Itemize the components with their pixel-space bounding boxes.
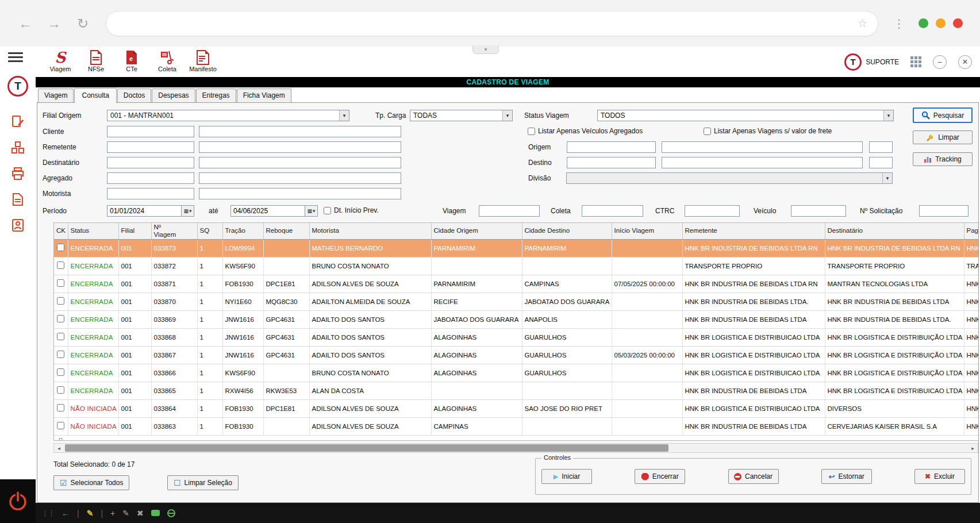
solicitacao-input[interactable] [919, 205, 969, 217]
address-bar[interactable]: ☆ [106, 11, 878, 36]
cliente-code-input[interactable] [107, 126, 194, 137]
row-checkbox[interactable] [57, 368, 64, 376]
schedule-boxes-icon[interactable] [11, 141, 25, 155]
motorista-name-input[interactable] [199, 188, 401, 199]
cancelar-button[interactable]: Cancelar [728, 469, 779, 484]
minimize-button[interactable]: – [933, 55, 947, 69]
chk-viagens-sem-frete[interactable]: Listar Apenas Viagens s/ valor de frete [704, 127, 832, 135]
row-checkbox[interactable] [57, 351, 64, 358]
status-viagem-select[interactable]: TODOS ▾ [597, 110, 894, 121]
toolbar-item-viagem[interactable]: S Viagem [43, 49, 78, 72]
veiculo-input[interactable] [791, 205, 846, 217]
support-button[interactable]: T SUPORTE [844, 53, 899, 71]
agregado-code-input[interactable] [107, 172, 194, 184]
grid-column-header[interactable]: Reboque [263, 223, 309, 239]
excluir-button[interactable]: ✖ Excluir [914, 469, 965, 484]
destinatario-code-input[interactable] [107, 157, 194, 168]
hamburger-menu-button[interactable] [8, 52, 36, 62]
grid-column-header[interactable]: Status [68, 223, 118, 239]
tab-item[interactable]: Despesas [152, 89, 195, 102]
grid-column-header[interactable]: Cidade Origem [431, 223, 522, 239]
table-row[interactable]: ENCERRADA 001 033870 1 NYI1E60 MQG8C30 A… [54, 293, 978, 310]
printer-icon[interactable] [11, 167, 25, 180]
globe-icon[interactable] [167, 509, 175, 517]
periodo-ate-input[interactable] [230, 205, 305, 217]
origem-code-input[interactable] [567, 141, 656, 153]
divisao-select[interactable]: ▾ [566, 172, 893, 184]
origem-uf-input[interactable] [869, 141, 893, 153]
table-row[interactable]: ENCERRADA 001 033868 1 JNW1616 GPC4631 A… [54, 328, 978, 346]
row-checkbox[interactable] [57, 422, 64, 429]
browser-back-button[interactable]: ← [14, 12, 37, 35]
scroll-left-button[interactable]: ◂ [54, 444, 64, 452]
browser-reload-button[interactable]: ↻ [71, 12, 94, 35]
row-checkbox[interactable] [57, 438, 64, 441]
coleta-number-input[interactable] [582, 205, 643, 217]
tab-item[interactable]: Consulta [74, 88, 116, 103]
row-checkbox[interactable] [57, 279, 64, 287]
chk-veiculos-agregados[interactable]: Listar Apenas Veículos Agregados [528, 127, 643, 135]
address-input[interactable] [117, 19, 858, 28]
grid-menu-button[interactable] [910, 56, 921, 67]
selecionar-todos-button[interactable]: ☑ Selecionar Todos [53, 475, 129, 490]
table-row[interactable]: NÃO INICIADA 001 033864 1 FOB1930 DPC1E8… [54, 399, 978, 417]
cliente-name-input[interactable] [199, 126, 401, 137]
statusbar-clean-button[interactable]: ✎ [87, 509, 94, 518]
statusbar-delete-button[interactable]: ✖ [137, 509, 144, 518]
estornar-button[interactable]: ↩ Estornar [821, 469, 872, 484]
row-checkbox[interactable] [57, 404, 64, 412]
agregado-name-input[interactable] [199, 172, 401, 184]
grid-column-header[interactable]: Nº Viagem [151, 223, 197, 239]
viagens-sem-frete-checkbox[interactable] [704, 128, 711, 135]
remetente-code-input[interactable] [107, 141, 194, 153]
statusbar-edit-button[interactable]: ✎ [122, 509, 129, 518]
close-button[interactable]: ✕ [958, 55, 972, 69]
encerrar-button[interactable]: Encerrar [635, 469, 685, 484]
pesquisar-button[interactable]: Pesquisar [913, 107, 973, 123]
document-icon[interactable] [11, 193, 25, 206]
table-row[interactable]: ENCERRADA 001 033873 1 LOW9994 MATHEUS B… [54, 239, 978, 257]
statusbar-back-button[interactable]: ← [62, 509, 70, 518]
row-checkbox[interactable] [57, 297, 64, 305]
toolbar-item-cte[interactable]: e CTe [114, 49, 149, 72]
tab-item[interactable]: Ficha Viagem [237, 89, 291, 102]
viagem-number-input[interactable] [479, 205, 540, 217]
row-checkbox[interactable] [57, 262, 64, 269]
bookmark-star-icon[interactable]: ☆ [858, 17, 867, 30]
table-row[interactable]: ENCERRADA 001 033866 1 KWS6F90 BRUNO COS… [54, 364, 978, 382]
calendar-dropdown-button[interactable]: ▦▾ [182, 205, 194, 217]
browser-menu-icon[interactable]: ⋮ [890, 17, 908, 30]
dt-inicio-prev-checkbox[interactable] [324, 207, 331, 214]
browser-forward-button[interactable]: → [43, 12, 66, 35]
tab-item[interactable]: Entregas [196, 89, 236, 102]
table-row[interactable]: ENCERRADA 001 033865 1 RXW4I56 RKW3E53 A… [54, 382, 978, 399]
grid-column-header[interactable]: Destinatário [825, 223, 964, 239]
grid-column-header[interactable]: Filial [118, 223, 151, 239]
periodo-de-input[interactable] [107, 205, 182, 217]
scrollbar-thumb[interactable] [65, 444, 668, 452]
grid-column-header[interactable]: Cidade Destino [522, 223, 612, 239]
destino-uf-input[interactable] [869, 157, 893, 168]
edit-document-icon[interactable] [11, 115, 25, 129]
grid-column-header[interactable]: Tração [222, 223, 263, 239]
tab-item[interactable]: Doctos [117, 89, 151, 102]
destino-name-input[interactable] [662, 157, 863, 168]
collapse-panel-handle[interactable]: ▾ [472, 45, 499, 54]
tp-carga-select[interactable]: TODAS ▾ [410, 110, 513, 121]
limpar-button[interactable]: Limpar [913, 130, 973, 144]
toolbar-item-manifesto[interactable]: Manifesto [185, 49, 221, 72]
table-row[interactable]: ENCERRADA 001 033867 1 JNW1616 GPC4631 A… [54, 346, 978, 364]
horizontal-scrollbar[interactable]: ◂ ▸ [53, 443, 978, 453]
grid-column-header[interactable]: Motorista [309, 223, 431, 239]
row-checkbox[interactable] [57, 386, 64, 394]
destinatario-name-input[interactable] [199, 157, 401, 168]
toolbar-item-coleta[interactable]: Coleta [149, 49, 185, 72]
grid-column-header[interactable]: CK [54, 223, 68, 239]
row-checkbox[interactable] [57, 315, 64, 322]
iniciar-button[interactable]: ▶ Iniciar [541, 469, 592, 484]
filial-origem-select[interactable]: 001 - MANTRAN001 ▾ [107, 110, 349, 121]
remetente-name-input[interactable] [199, 141, 401, 153]
contacts-icon[interactable] [11, 218, 25, 232]
toolbar-item-nfse[interactable]: NFSe [78, 49, 114, 72]
origem-name-input[interactable] [662, 141, 863, 153]
